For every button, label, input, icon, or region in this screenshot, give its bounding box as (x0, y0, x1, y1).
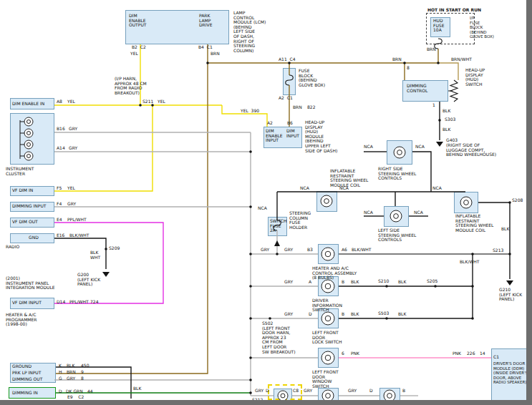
blk-hud1: BLK (442, 109, 450, 114)
pin-b-row3: B (342, 312, 344, 317)
fuse-mid-pin-top: A11 C4 (279, 57, 296, 62)
s502-note: S502 (LEFT FRONT DOOR HARN, APPROX 23 CM… (262, 321, 296, 354)
pin-f5: F5 (57, 186, 62, 191)
s303: S303 (445, 117, 455, 122)
vf-dim-input: VF DIM INPUT (12, 301, 42, 306)
s209: S209 (109, 246, 120, 251)
ckt-226: 226 (467, 351, 475, 356)
pplwht-e4: PPL/WHT (67, 218, 87, 223)
hud-switch-note: HEAD-UP DISPLAY (HUD) SWITCH (465, 68, 485, 87)
pin-a6: A6 (342, 248, 347, 253)
switch-fuse: SWITCH FUSE 2A (270, 219, 287, 233)
blkwht-row1: BLK/WHT (352, 248, 372, 253)
dkgrn-d: DK GRN (66, 389, 83, 394)
blkwht-right: BLK/WHT (460, 260, 480, 265)
ckt-724: 724 (90, 300, 98, 305)
s208: S208 (512, 198, 523, 203)
gry-fuse: GRY (261, 248, 269, 253)
wiring-diagram-window: DIM ENABLE OUTPUTPARK LAMP DRIVELAMP CON… (0, 0, 532, 405)
gry-b16: GRY (69, 127, 77, 132)
brn-dim: BRN (392, 57, 402, 62)
blkwht-e16: BLK/WHT (69, 233, 90, 238)
nca-7: NCA (432, 186, 442, 191)
gry-bottom1: GRY (255, 389, 263, 394)
dimming-control: DIMMING CONTROL (407, 84, 427, 93)
pin-b-bottom: B (402, 389, 405, 394)
nca-2: NCA (415, 145, 425, 150)
gry-bottom3: GRY (348, 389, 357, 394)
vf-dim-in: VF DIM IN (12, 188, 33, 193)
s503: S503 (378, 311, 389, 316)
fuse-holder-note: STEERING COLUMN FUSE HOLDER (289, 211, 311, 230)
right-coil-note: INFLATABLE RESTRAINT STEERING WHEEL MODU… (455, 214, 493, 233)
brn-hud: BRN (293, 105, 302, 110)
s210: S210 (378, 279, 389, 284)
gry-row2: GRY (284, 280, 293, 285)
ground-row: GROUND (12, 364, 32, 369)
ddm-pin-c1: C1 (493, 355, 499, 360)
pin-d-row3: D (309, 312, 312, 317)
blk-row3: BLK (351, 312, 359, 317)
blk-right: BLK (501, 227, 509, 232)
yel-390: YEL 390 (241, 109, 259, 114)
e9-c2: E9 C2 (67, 395, 84, 400)
yel-a8: YEL (67, 99, 75, 104)
brnwht: BRN/WHT (451, 57, 472, 62)
blk-row2: BLK (351, 280, 359, 285)
yel-s211: YEL (158, 99, 165, 104)
window-frame-right (526, 0, 532, 405)
brn-fuse: BRN (427, 47, 436, 52)
hud-pin-a2: A2 (267, 121, 273, 126)
ddm-note: DRIVER'S DOOR MODULE (DDM) (INSIDE DRIVE… (493, 361, 528, 385)
nca-8: NCA (258, 206, 267, 211)
brn-lcm: BRN (211, 52, 220, 57)
gnd: GND (29, 235, 39, 240)
hud-pin-b6: B6 (287, 121, 293, 126)
row3-note: LEFT FRONT DOOR LOCK SWITCH (312, 331, 342, 345)
harness-note: (I/P HARN, APPROX 48 CM FROM RADIO BREAK… (115, 77, 147, 95)
lcm-pin-left: B2 C2 (132, 45, 146, 50)
right-controls-note: RIGHT SIDE STEERING WHEEL CONTROLS (378, 167, 416, 181)
vf-dim-out: VF DIM OUT (12, 220, 38, 225)
hud-module-note: HEAD-UP DISPLAY (HUD) MODULE (BEHIND UPP… (305, 120, 337, 153)
hac-note: HEATER & A/C PROGRAMMER (1998-00) (6, 313, 37, 327)
nca-6: NCA (414, 210, 423, 215)
pnk-ddm: PNK (453, 351, 461, 356)
ipm-note: (2001) INSTRUMENT PANEL INTEGRATION MODU… (6, 276, 55, 291)
ckt-44: 44 (87, 389, 93, 394)
dim-enable-output: DIM ENABLE OUTPUT (129, 14, 146, 28)
gry-row3: GRY (284, 312, 293, 317)
left-coil-note: INFLATABLE RESTRAINT STEERING WHEEL MODU… (330, 169, 368, 187)
pnk-row4: PNK (351, 351, 359, 356)
fuse-mid-note: FUSE BLOCK (BEHIND GLOVE BOX) (299, 69, 325, 87)
pin-a: A (309, 280, 311, 285)
brn-h: BRN (67, 370, 76, 375)
ckt-8: 8 (81, 376, 84, 381)
row2-note: DRIVER INFORMATION SWITCH (312, 298, 342, 313)
gry-f4: GRY (67, 202, 76, 207)
g210-note: G210 (LEFT KICK PANEL) (499, 288, 522, 302)
pin-8: 8 (407, 66, 410, 71)
pin-a8: A8 (57, 99, 62, 104)
row4-note: LEFT FRONT DOOR WINDOW SWITCH (312, 370, 339, 389)
s211: S211 (142, 99, 153, 104)
pin-d: D (59, 389, 62, 394)
ckt-822: 822 (307, 105, 315, 110)
dimming-in: DIMMING IN (12, 391, 38, 396)
gry-bottom2: GRY (304, 389, 312, 394)
pin-g: G (59, 376, 62, 381)
pin-14: 14 (480, 351, 485, 356)
pin-6: 6 (342, 351, 344, 356)
pin-d-bottom1: D (266, 389, 269, 394)
pin-a14: A14 (57, 146, 65, 151)
ckt-450: 450 (81, 363, 89, 369)
nca-5: NCA (364, 210, 373, 215)
gry-row1: GRY (284, 248, 293, 253)
pin-b3: B3 (307, 248, 313, 253)
nca-3: NCA (300, 186, 309, 191)
gry-g: GRY (67, 376, 75, 381)
pin-1: 1 (432, 103, 435, 108)
lcm-note: LAMP CONTROL MODULE (LCM) (BEHIND LEFT S… (233, 11, 266, 53)
radio: RADIO (6, 245, 19, 250)
dim-input: DIM INPUT (286, 129, 299, 138)
